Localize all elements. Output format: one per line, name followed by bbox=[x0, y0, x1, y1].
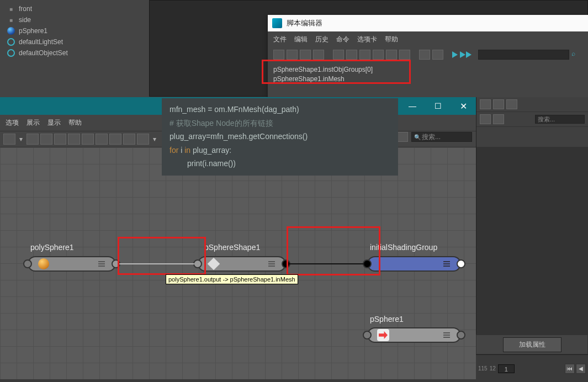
toolbar-icon[interactable] bbox=[493, 114, 504, 124]
toolbar-button[interactable] bbox=[419, 50, 430, 60]
toolbar-button[interactable] bbox=[432, 50, 443, 60]
toolbar-button[interactable] bbox=[373, 50, 384, 60]
toolbar-button[interactable] bbox=[346, 50, 357, 60]
outliner-item-lightset[interactable]: defaultLightSet bbox=[0, 36, 149, 47]
toolbar-icon[interactable] bbox=[480, 99, 491, 109]
right-search-input[interactable]: 搜索... bbox=[535, 115, 585, 124]
outliner-item-front[interactable]: front bbox=[0, 3, 149, 14]
maximize-button[interactable]: ☐ bbox=[425, 97, 451, 115]
menu-show[interactable]: 显示 bbox=[47, 118, 61, 128]
outliner-label: front bbox=[19, 5, 32, 13]
toolbar-button[interactable] bbox=[273, 50, 284, 60]
toolbar-button[interactable] bbox=[287, 50, 298, 60]
outliner-label: side bbox=[19, 16, 31, 24]
script-output[interactable]: pSphereShape1.instObjGroups[0] pSphereSh… bbox=[268, 62, 588, 87]
node-output-port[interactable] bbox=[282, 259, 290, 268]
node-label: initialShadingGroup bbox=[370, 243, 437, 252]
menu-display[interactable]: 展示 bbox=[27, 118, 40, 128]
toolbar-icon[interactable] bbox=[82, 134, 94, 145]
camera-icon bbox=[7, 15, 15, 24]
connection-tooltip: polySphere1.output -> pSphereShape1.inMe… bbox=[166, 274, 298, 284]
toolbar-button[interactable] bbox=[300, 50, 311, 60]
toolbar-icon[interactable] bbox=[137, 134, 149, 145]
node-output-port[interactable] bbox=[457, 259, 465, 268]
node-psphereshape1[interactable] bbox=[198, 256, 286, 272]
toolbar-button[interactable] bbox=[386, 50, 397, 60]
node-output-port[interactable] bbox=[457, 331, 465, 339]
menu-file[interactable]: 文件 bbox=[273, 35, 287, 44]
script-search-input[interactable] bbox=[478, 50, 569, 60]
right-panel-toolbar: 搜索... bbox=[476, 97, 588, 147]
search-icon[interactable]: ⌕ bbox=[571, 50, 582, 60]
playback-start-button[interactable]: ⏮ bbox=[565, 364, 575, 374]
outliner-label: pSphere1 bbox=[19, 27, 47, 35]
node-input-port[interactable] bbox=[193, 259, 202, 268]
menu-edit[interactable]: 编辑 bbox=[294, 35, 308, 44]
menu-command[interactable]: 命令 bbox=[336, 35, 349, 44]
toolbar-icon[interactable] bbox=[480, 114, 491, 124]
code-line: print(i.name()) bbox=[169, 157, 390, 171]
node-search-input[interactable]: 搜索... bbox=[411, 132, 472, 142]
toolbar-button[interactable] bbox=[313, 50, 324, 60]
script-editor-toolbar: ⌕ bbox=[268, 47, 588, 62]
camera-icon bbox=[7, 4, 15, 13]
mesh-shape-icon bbox=[208, 258, 220, 270]
toolbar-button[interactable] bbox=[333, 50, 344, 60]
menu-options[interactable]: 选项 bbox=[6, 118, 19, 128]
run-all-icon[interactable] bbox=[460, 51, 472, 58]
outliner-item-objectset[interactable]: defaultObjectSet bbox=[0, 47, 149, 59]
toolbar-icon[interactable] bbox=[123, 134, 135, 145]
close-button[interactable]: ✕ bbox=[451, 97, 476, 115]
toolbar-icon[interactable] bbox=[506, 99, 517, 109]
poly-sphere-icon bbox=[38, 258, 50, 270]
outliner-label: defaultLightSet bbox=[19, 38, 63, 46]
dropdown-icon[interactable]: ▾ bbox=[151, 135, 158, 143]
node-psphere1-transform[interactable] bbox=[367, 327, 461, 343]
toolbar-icon[interactable] bbox=[397, 132, 408, 142]
menu-help[interactable]: 帮助 bbox=[385, 35, 398, 44]
toolbar-icon[interactable] bbox=[493, 99, 504, 109]
node-label: polySphere1 bbox=[30, 243, 74, 252]
load-attributes-panel: 加载属性 bbox=[476, 335, 588, 354]
node-input-port[interactable] bbox=[363, 331, 372, 339]
node-input-port[interactable] bbox=[23, 259, 32, 268]
toolbar-icon[interactable] bbox=[68, 134, 80, 145]
node-input-port[interactable] bbox=[363, 259, 372, 268]
shading-group-icon bbox=[377, 258, 389, 270]
node-initialshadinggroup[interactable] bbox=[367, 256, 461, 272]
toolbar-icon[interactable] bbox=[40, 134, 52, 145]
outliner-item-side[interactable]: side bbox=[0, 14, 149, 25]
set-icon bbox=[7, 49, 15, 57]
node-label: pSphereShape1 bbox=[204, 243, 260, 252]
toolbar-icon[interactable] bbox=[3, 134, 15, 145]
minimize-button[interactable]: — bbox=[400, 97, 425, 115]
script-editor-titlebar[interactable]: 脚本编辑器 bbox=[268, 15, 588, 31]
outliner-item-psphere1[interactable]: pSphere1 bbox=[0, 25, 149, 36]
menu-tabs[interactable]: 选项卡 bbox=[357, 35, 377, 44]
current-frame-input[interactable]: 1 bbox=[498, 364, 515, 373]
attribute-panel[interactable] bbox=[476, 147, 588, 335]
script-editor-window: 脚本编辑器 文件 编辑 历史 命令 选项卡 帮助 ⌕ pSphereShape1… bbox=[268, 15, 588, 98]
toolbar-icon[interactable] bbox=[96, 134, 108, 145]
dropdown-icon[interactable]: ▾ bbox=[17, 135, 25, 143]
toolbar-icon[interactable] bbox=[109, 134, 121, 145]
toolbar-button[interactable] bbox=[359, 50, 370, 60]
script-editor-menubar: 文件 编辑 历史 命令 选项卡 帮助 bbox=[268, 31, 588, 47]
menu-history[interactable]: 历史 bbox=[315, 35, 329, 44]
code-tooltip: mfn_mesh = om.MFnMesh(dag_path) # 获取Shap… bbox=[162, 98, 398, 176]
load-attributes-button[interactable]: 加载属性 bbox=[503, 337, 561, 352]
node-output-port[interactable] bbox=[112, 259, 120, 268]
timeline-tick: 12 bbox=[490, 365, 496, 372]
toolbar-button[interactable] bbox=[399, 50, 410, 60]
outliner: front side pSphere1 defaultLightSet defa… bbox=[0, 0, 149, 97]
run-icon[interactable] bbox=[452, 51, 458, 58]
menu-help[interactable]: 帮助 bbox=[68, 118, 82, 128]
playback-prev-button[interactable]: ◀ bbox=[576, 364, 586, 374]
timeline-tick: 115 bbox=[478, 365, 488, 372]
code-line: plug_array=mfn_mesh.getConnections() bbox=[169, 130, 390, 144]
maya-logo-icon bbox=[272, 18, 282, 28]
sphere-icon bbox=[7, 26, 15, 35]
toolbar-icon[interactable] bbox=[27, 134, 39, 145]
node-polysphere1[interactable] bbox=[28, 256, 116, 272]
toolbar-icon[interactable] bbox=[54, 134, 66, 145]
